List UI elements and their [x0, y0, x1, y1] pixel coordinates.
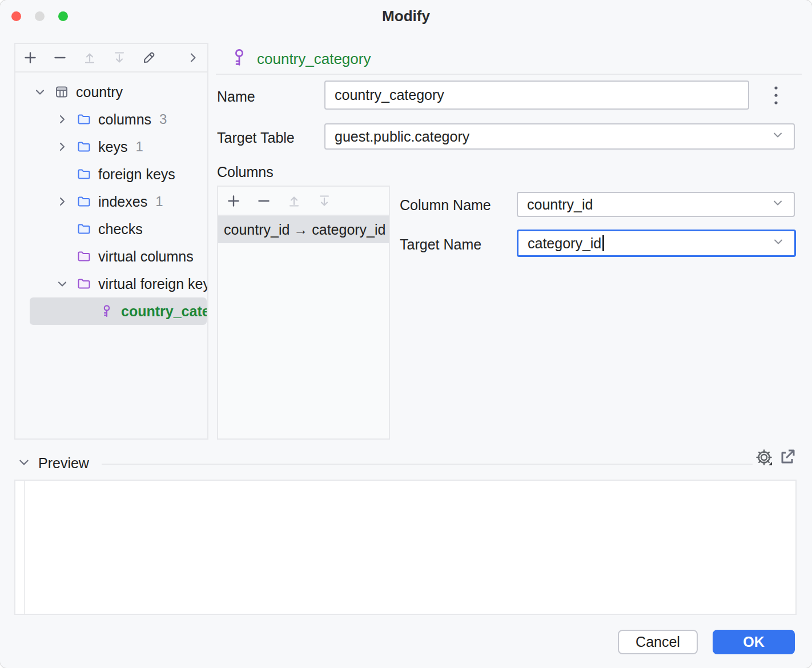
remove-icon[interactable]	[256, 194, 271, 208]
folder-icon	[77, 249, 91, 264]
item-count: 3	[159, 111, 167, 127]
preview-separator	[102, 464, 753, 465]
tree-item-label: virtual foreign keys	[98, 276, 207, 292]
key-icon	[99, 304, 114, 319]
add-icon[interactable]	[23, 50, 38, 65]
name-field[interactable]	[324, 81, 749, 110]
move-down-icon	[112, 50, 127, 65]
chevron-down-icon[interactable]	[17, 456, 31, 472]
chevron-down-icon	[771, 128, 785, 145]
target-name-value: category_id	[528, 235, 601, 252]
move-down-icon	[317, 194, 332, 208]
tree-item-checks[interactable]: checks	[15, 215, 207, 243]
add-icon[interactable]	[226, 194, 241, 208]
structure-tree: country columns 3	[15, 73, 207, 325]
column-name-value: country_id	[527, 196, 593, 213]
name-input[interactable]	[335, 87, 739, 103]
column-mapping-text: country_id → category_id	[224, 222, 385, 238]
tree-item-virtual-foreign-keys[interactable]: virtual foreign keys	[15, 270, 207, 297]
target-name-dropdown[interactable]: category_id	[517, 230, 796, 257]
ok-button[interactable]: OK	[713, 630, 795, 654]
folder-icon	[77, 139, 91, 154]
folder-icon	[77, 276, 91, 291]
tree-item-label: foreign keys	[98, 166, 175, 183]
preview-pane[interactable]	[14, 480, 797, 615]
text-caret	[602, 235, 604, 251]
columns-panel: country_id → category_id	[217, 186, 390, 440]
tree-item-label: country_category	[121, 303, 207, 320]
move-up-icon	[82, 50, 97, 65]
chevron-down-icon	[771, 196, 785, 213]
target-table-value: guest.public.category	[335, 128, 469, 145]
preview-label: Preview	[38, 455, 89, 472]
move-up-icon	[287, 194, 302, 208]
kebab-menu-icon[interactable]	[767, 83, 785, 107]
chevron-right-icon[interactable]	[56, 113, 69, 126]
chevron-down-icon	[771, 235, 785, 252]
tree-item-foreign-keys[interactable]: foreign keys	[15, 160, 207, 188]
tree-item-indexes[interactable]: indexes 1	[15, 188, 207, 215]
item-count: 1	[135, 139, 143, 155]
column-mapping-row[interactable]: country_id → category_id	[218, 216, 389, 243]
preview-header[interactable]: Preview	[17, 455, 89, 472]
preview-gutter	[15, 481, 25, 614]
columns-toolbar	[218, 187, 389, 216]
edit-icon[interactable]	[142, 50, 156, 65]
columns-label: Columns	[217, 164, 274, 180]
column-name-label: Column Name	[400, 197, 491, 214]
folder-icon	[77, 194, 91, 209]
chevron-right-icon[interactable]	[56, 140, 69, 153]
target-table-dropdown[interactable]: guest.public.category	[324, 123, 795, 150]
tree-item-label: virtual columns	[98, 248, 194, 265]
modify-dialog: Modify	[0, 0, 812, 668]
header-separator	[216, 74, 802, 75]
structure-tree-panel: country columns 3	[14, 43, 208, 440]
titlebar: Modify	[0, 0, 812, 32]
tree-item-label: indexes	[98, 194, 147, 210]
name-label: Name	[217, 88, 255, 105]
chevron-down-icon[interactable]	[56, 277, 69, 290]
tree-item-label: columns	[98, 111, 151, 128]
tree-item-label: keys	[98, 139, 127, 155]
column-name-dropdown[interactable]: country_id	[517, 192, 795, 217]
tree-item-label: country	[76, 84, 123, 100]
chevron-right-icon[interactable]	[56, 195, 69, 208]
target-table-label: Target Table	[217, 130, 295, 146]
tree-item-virtual-columns[interactable]: virtual columns	[15, 243, 207, 270]
tree-item-keys[interactable]: keys 1	[15, 133, 207, 160]
folder-icon	[77, 167, 91, 182]
expand-icon[interactable]	[186, 50, 200, 65]
tree-item-label: checks	[98, 221, 143, 238]
key-icon	[231, 48, 248, 70]
folder-icon	[77, 112, 91, 127]
cancel-button[interactable]: Cancel	[618, 630, 698, 654]
gear-icon[interactable]	[755, 448, 774, 468]
tree-item-country[interactable]: country	[15, 78, 207, 106]
tree-item-country-category[interactable]: country_category	[30, 297, 207, 325]
item-count: 1	[155, 194, 163, 210]
folder-icon	[77, 222, 91, 236]
remove-icon[interactable]	[53, 50, 67, 65]
editor-title: country_category	[257, 50, 371, 68]
editor-header: country_category	[231, 48, 371, 70]
tree-toolbar	[15, 44, 207, 73]
tree-item-columns[interactable]: columns 3	[15, 106, 207, 133]
target-name-label: Target Name	[400, 236, 481, 253]
window-title: Modify	[0, 7, 812, 25]
chevron-down-icon[interactable]	[34, 86, 46, 98]
table-icon	[54, 84, 69, 99]
open-in-window-icon[interactable]	[779, 449, 796, 466]
